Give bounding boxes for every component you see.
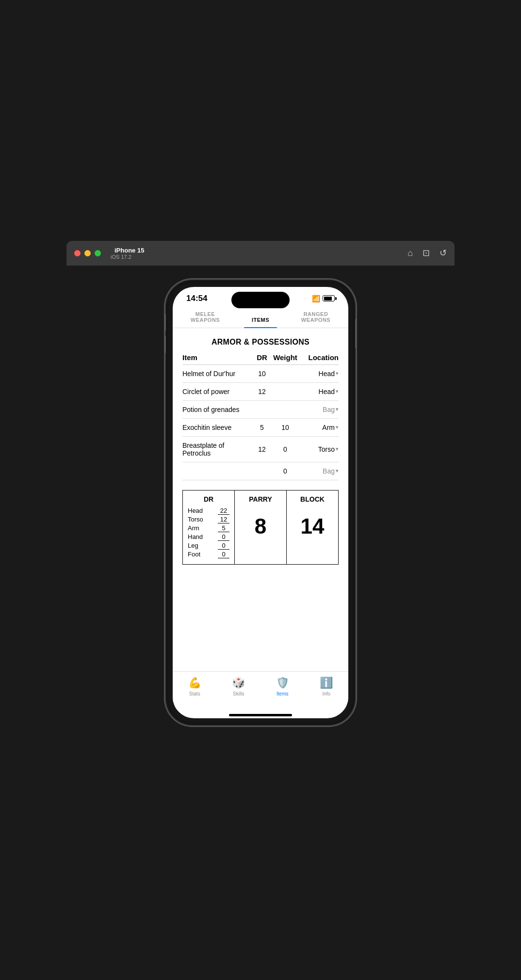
item-weight: 0 [271,445,300,453]
item-weight: 10 [271,424,300,431]
item-dr: 12 [253,388,271,395]
items-label: Items [277,691,288,696]
item-weight: 0 [271,467,300,475]
dr-foot-row: Foot 0 [188,551,229,558]
iphone-screen: 14:54 ··· 📶 MELEE WEAPONS [173,287,348,718]
table-row[interactable]: Circlet of power 12 Head ▾ [182,383,339,401]
bottom-tab-bar: 💪 Stats 🎲 Skills 🛡️ Items ℹ️ Info [173,671,348,710]
chevron-down-icon: ▾ [336,406,339,412]
item-name: Exochitin sleeve [182,424,253,431]
table-header: Item DR Weight Location [182,353,339,365]
item-location[interactable]: Bag ▾ [300,406,339,413]
dr-arm-value: 5 [218,524,229,532]
item-name: Potion of grenades [182,406,253,413]
table-row[interactable]: Helmet of Dur'hur 10 Head ▾ [182,365,339,383]
power-button [355,319,357,348]
tab-ranged-weapons[interactable]: RANGED WEAPONS [288,311,343,328]
item-name: Helmet of Dur'hur [182,370,253,378]
dr-table: Head 22 Torso 12 Arm 5 [188,507,229,558]
close-button[interactable] [74,250,81,256]
tab-stats[interactable]: 💪 Stats [173,677,217,696]
content-spacer [173,574,348,671]
rotate-icon[interactable]: ↺ [440,248,447,258]
vol-up-button [164,314,166,331]
block-title: BLOCK [292,495,333,503]
dynamic-island [231,292,290,308]
dr-hand-label: Hand [188,533,203,540]
window-subtitle: iOS 17.2 [111,254,144,260]
item-location[interactable]: Torso ▾ [300,445,339,453]
table-row[interactable]: Exochitin sleeve 5 10 Arm ▾ [182,419,339,437]
chevron-down-icon: ▾ [336,446,339,452]
info-label: Info [322,691,330,696]
status-bar: 14:54 ··· 📶 [173,287,348,303]
mac-window: iPhone 15 iOS 17.2 ⌂ ⊡ ↺ 14:54 ··· 📶 [66,241,455,740]
dr-hand-row: Hand 0 [188,533,229,541]
dr-foot-value: 0 [218,551,229,558]
item-location[interactable]: Head ▾ [300,388,339,395]
header-weight: Weight [271,353,300,362]
dr-stats-box: DR Head 22 Torso 12 [183,490,235,564]
mac-titlebar: iPhone 15 iOS 17.2 ⌂ ⊡ ↺ [66,241,455,266]
item-location[interactable]: Arm ▾ [300,424,339,431]
tab-items-bottom[interactable]: 🛡️ Items [260,677,305,696]
parry-title: PARRY [240,495,281,503]
tab-skills[interactable]: 🎲 Skills [217,677,261,696]
header-item: Item [182,353,253,362]
dr-head-label: Head [188,507,203,514]
items-icon: 🛡️ [276,677,289,689]
status-time: 14:54 [186,294,207,303]
item-name: Breastplate of Petroclus [182,442,253,457]
chevron-down-icon: ▾ [336,388,339,395]
header-dr: DR [253,353,271,362]
dr-head-row: Head 22 [188,507,229,515]
dr-arm-label: Arm [188,524,199,532]
info-icon: ℹ️ [320,677,333,689]
table-row[interactable]: Breastplate of Petroclus 12 0 Torso ▾ [182,437,339,462]
signal-dots: ··· [303,296,309,300]
item-location[interactable]: Head ▾ [300,370,339,378]
skills-label: Skills [233,691,244,696]
dr-foot-label: Foot [188,551,200,558]
tab-melee-weapons[interactable]: MELEE WEAPONS [178,311,233,328]
dr-arm-row: Arm 5 [188,524,229,532]
dr-hand-value: 0 [218,533,229,541]
status-icons: ··· 📶 [303,295,335,302]
stats-grid: DR Head 22 Torso 12 [182,490,339,565]
block-value: 14 [292,507,333,546]
minimize-button[interactable] [84,250,91,256]
parry-stats-box: PARRY 8 [235,490,287,564]
maximize-button[interactable] [95,250,101,256]
mac-content: 14:54 ··· 📶 MELEE WEAPONS [66,266,455,740]
wifi-icon: 📶 [312,295,320,302]
table-row[interactable]: Potion of grenades Bag ▾ [182,401,339,419]
parry-value: 8 [240,507,281,546]
home-indicator [229,714,292,716]
dr-leg-row: Leg 0 [188,542,229,550]
item-dr: 10 [253,370,271,378]
iphone-device: 14:54 ··· 📶 MELEE WEAPONS [166,280,355,725]
dr-head-value: 22 [218,507,229,515]
chevron-down-icon: ▾ [336,424,339,430]
chevron-down-icon: ▾ [336,468,339,474]
screenshot-icon[interactable]: ⊡ [423,248,430,258]
dr-torso-value: 12 [218,516,229,523]
battery-fill [324,297,332,300]
block-stats-box: BLOCK 14 [287,490,338,564]
item-dr: 5 [253,424,271,431]
dr-torso-label: Torso [188,516,203,523]
mac-toolbar-icons: ⌂ ⊡ ↺ [407,248,447,258]
home-icon[interactable]: ⌂ [407,248,413,258]
item-name: Circlet of power [182,388,253,395]
section-title: ARMOR & POSSESSIONS [182,338,339,347]
stats-label: Stats [189,691,200,696]
tab-info[interactable]: ℹ️ Info [305,677,349,696]
dr-leg-label: Leg [188,542,198,549]
skills-icon: 🎲 [232,677,245,689]
item-location[interactable]: Bag ▾ [300,467,339,475]
table-row[interactable]: 0 Bag ▾ [182,462,339,480]
battery-icon [323,295,335,301]
dr-torso-row: Torso 12 [188,516,229,523]
tab-items[interactable]: ITEMS [233,317,288,328]
stats-icon: 💪 [188,677,201,689]
